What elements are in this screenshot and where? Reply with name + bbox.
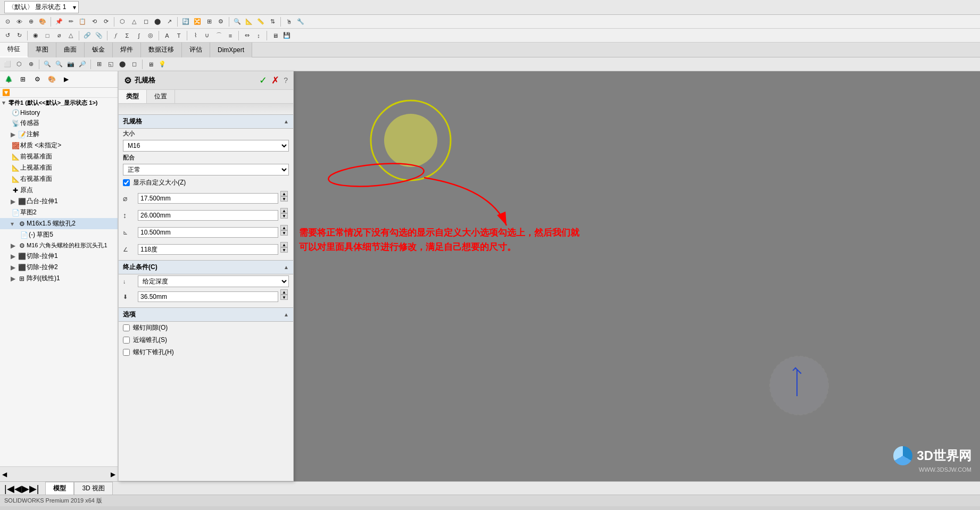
nav-next[interactable]: ▶|	[29, 483, 39, 495]
tree-item-annotation[interactable]: ▶ 📝 注解	[0, 129, 118, 140]
fit-select[interactable]: 正常	[123, 164, 289, 175]
tab-evaluate[interactable]: 评估	[182, 43, 210, 57]
tool-icon-23[interactable]: 🖱	[284, 16, 294, 27]
tree-item-right-plane[interactable]: 📐 右视基准面	[0, 173, 118, 185]
feat-icon-3[interactable]: ⊕	[26, 59, 36, 70]
feat-icon-12[interactable]: 🖥	[145, 59, 156, 70]
dim3-spinner[interactable]: ▲ ▼	[280, 225, 289, 240]
tool-icon-10[interactable]: ⬡	[117, 16, 128, 27]
expand-icon[interactable]: ▶	[60, 73, 72, 86]
tool2-icon-1[interactable]: ↺	[2, 30, 13, 41]
tool2-icon-17[interactable]: ⌒	[213, 30, 224, 41]
tool2-icon-18[interactable]: ≡	[225, 30, 236, 41]
dim3-spin-up[interactable]: ▲	[280, 225, 288, 230]
tree-item-origin[interactable]: ✚ 原点	[0, 185, 118, 196]
tree-item-material[interactable]: 🧱 材质 <未指定>	[0, 140, 118, 151]
feature-tree-icon[interactable]: 🌲	[2, 73, 15, 86]
tool2-icon-21[interactable]: 🖥	[270, 30, 280, 41]
dim1-spin-up[interactable]: ▲	[280, 191, 288, 196]
tool2-icon-8[interactable]: 📎	[94, 30, 104, 41]
feat-icon-10[interactable]: ⬤	[117, 59, 128, 70]
dim2-spinner[interactable]: ▲ ▼	[280, 208, 289, 223]
tool-icon-4[interactable]: 🎨	[37, 16, 48, 27]
bottom-tab-model[interactable]: 模型	[45, 482, 74, 495]
tool2-icon-6[interactable]: △	[65, 30, 76, 41]
tool-icon-17[interactable]: ⊞	[204, 16, 214, 27]
tool2-icon-11[interactable]: ∫	[134, 30, 144, 41]
dim2-spin-down[interactable]: ▼	[280, 213, 288, 219]
tool2-icon-13[interactable]: A	[162, 30, 172, 41]
tool2-icon-10[interactable]: Σ	[122, 30, 132, 41]
tool-icon-9[interactable]: ⟳	[101, 16, 111, 27]
tool-icon-15[interactable]: 🔄	[180, 16, 191, 27]
tool-icon-16[interactable]: 🔀	[192, 16, 203, 27]
tool-icon-14[interactable]: ↗	[164, 16, 175, 27]
tool2-icon-5[interactable]: ⌀	[54, 30, 64, 41]
scroll-right[interactable]: ▶	[111, 471, 115, 478]
tool-icon-22[interactable]: ⇅	[267, 16, 278, 27]
feat-icon-11[interactable]: ◻	[129, 59, 139, 70]
depth-spin-down[interactable]: ▼	[280, 295, 288, 300]
viewport[interactable]: 需要将正常情况下没有勾选的显示自定义大小选项勾选上，然后我们就可以对里面具体细节…	[294, 71, 980, 481]
tree-item-pattern[interactable]: ▶ ⊞ 阵列(线性)1	[0, 273, 118, 284]
tool2-icon-3[interactable]: ◉	[30, 30, 41, 41]
dim4-spinner[interactable]: ▲ ▼	[280, 242, 289, 257]
end-condition-select[interactable]: 给定深度	[138, 275, 289, 287]
tree-root[interactable]: ▾ 零件1 (默认<<默认>_显示状态 1>)	[0, 98, 118, 108]
tree-item-sketch5[interactable]: 📄 (-) 草图5	[0, 229, 118, 240]
help-button[interactable]: ?	[284, 76, 288, 85]
size-select[interactable]: M16	[123, 140, 289, 152]
tree-item-cut-extrude2[interactable]: ▶ ⬛ 切除-拉伸2	[0, 262, 118, 273]
cancel-button[interactable]: ✗	[271, 74, 279, 86]
tab-weldments[interactable]: 焊件	[113, 43, 141, 57]
tool2-icon-20[interactable]: ↕	[253, 30, 264, 41]
tree-item-hex-bolt[interactable]: ▶ ⚙ M16 六角头螺栓的柱形沉头孔1	[0, 240, 118, 250]
panel-tab-type[interactable]: 类型	[119, 90, 147, 103]
tab-datamigration[interactable]: 数据迁移	[141, 43, 182, 57]
dim2-spin-up[interactable]: ▲	[280, 208, 288, 213]
property-icon[interactable]: ⊞	[16, 73, 29, 86]
feat-icon-8[interactable]: ⊞	[94, 59, 104, 70]
bottom-tab-3dview[interactable]: 3D 视图	[74, 482, 113, 495]
dim4-spin-down[interactable]: ▼	[280, 247, 288, 253]
depth-input[interactable]	[138, 291, 278, 302]
tool2-icon-4[interactable]: □	[42, 30, 53, 41]
feat-icon-4[interactable]: 🔍	[42, 59, 53, 70]
tool-icon-20[interactable]: 📐	[244, 16, 254, 27]
tool-icon-24[interactable]: 🔧	[295, 16, 306, 27]
display-state-dropdown[interactable]: 〈默认〉 显示状态 1	[4, 1, 79, 13]
tab-dimxpert[interactable]: DimXpert	[210, 43, 252, 57]
nav-left[interactable]: ◀	[14, 483, 22, 495]
tool-icon-6[interactable]: ✏	[65, 16, 76, 27]
feat-icon-6[interactable]: 📷	[65, 59, 76, 70]
dim3-input[interactable]	[138, 227, 278, 238]
near-cone-checkbox[interactable]	[123, 337, 130, 344]
tool2-icon-7[interactable]: 🔗	[82, 30, 93, 41]
tree-item-sketch2[interactable]: 📄 草图2	[0, 207, 118, 218]
tool-icon-11[interactable]: △	[129, 16, 139, 27]
dim1-spinner[interactable]: ▲ ▼	[280, 191, 289, 206]
feat-icon-1[interactable]: ⬜	[2, 59, 13, 70]
depth-spinner[interactable]: ▲ ▼	[280, 289, 289, 304]
dim4-input[interactable]	[138, 244, 278, 255]
dim3-spin-down[interactable]: ▼	[280, 230, 288, 236]
tree-item-top-plane[interactable]: 📐 上视基准面	[0, 162, 118, 173]
dim4-spin-up[interactable]: ▲	[280, 242, 288, 247]
tree-item-history[interactable]: 🕐 History	[0, 108, 118, 118]
tool-icon-12[interactable]: ◻	[140, 16, 151, 27]
screw-down-checkbox[interactable]	[123, 349, 130, 356]
scroll-left[interactable]: ◀	[2, 471, 7, 478]
config-icon[interactable]: ⚙	[31, 73, 44, 86]
dim2-input[interactable]	[138, 210, 278, 221]
tool-icon-1[interactable]: ⊙	[2, 16, 13, 27]
tool2-icon-9[interactable]: 𝑓	[110, 30, 121, 41]
tree-item-thread-hole[interactable]: ▾ ⚙ M16x1.5 螺纹孔2	[0, 218, 118, 229]
show-custom-checkbox[interactable]	[123, 179, 130, 186]
nav-right[interactable]: ▶	[22, 483, 29, 495]
tool-icon-7[interactable]: 📋	[77, 16, 88, 27]
tab-sheetmetal[interactable]: 钣金	[85, 43, 113, 57]
tree-item-boss-extrude[interactable]: ▶ ⬛ 凸台-拉伸1	[0, 196, 118, 207]
nav-prev[interactable]: |◀	[4, 483, 14, 495]
tool2-icon-19[interactable]: ⇔	[242, 30, 252, 41]
tool2-icon-22[interactable]: 💾	[281, 30, 292, 41]
